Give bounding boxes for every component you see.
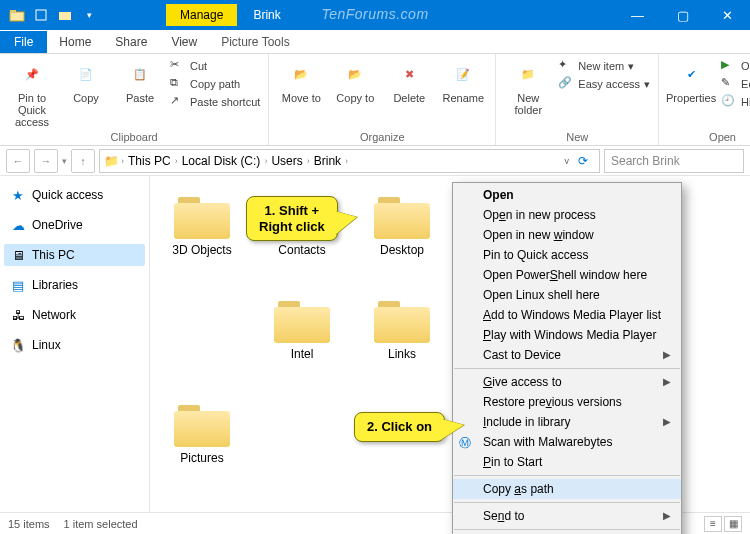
details-view-button[interactable]: ≡ bbox=[704, 516, 722, 532]
ctx-give-access-to[interactable]: Give access to▶ bbox=[453, 372, 681, 392]
folder-icon bbox=[274, 297, 330, 343]
up-button[interactable]: ↑ bbox=[71, 149, 95, 173]
ctx-open-new-process[interactable]: Open in new process bbox=[453, 205, 681, 225]
shortcut-icon: ↗ bbox=[170, 94, 186, 110]
forward-button[interactable]: → bbox=[34, 149, 58, 173]
sidebar-item-linux[interactable]: 🐧Linux bbox=[4, 334, 145, 356]
ctx-open[interactable]: Open bbox=[453, 185, 681, 205]
address-dropdown[interactable]: v bbox=[565, 156, 570, 166]
ctx-cast-to-device[interactable]: Cast to Device▶ bbox=[453, 345, 681, 365]
edit-button[interactable]: ✎Edit bbox=[721, 76, 750, 92]
delete-icon: ✖ bbox=[393, 58, 425, 90]
explorer-icon bbox=[6, 4, 28, 26]
paste-icon: 📋 bbox=[124, 58, 156, 90]
window-title: Brink bbox=[253, 8, 280, 22]
paste-shortcut-button[interactable]: ↗Paste shortcut bbox=[170, 94, 260, 110]
qat-new-folder-icon[interactable] bbox=[54, 4, 76, 26]
rename-button[interactable]: 📝Rename bbox=[439, 58, 487, 104]
open-button[interactable]: ▶Open ▾ bbox=[721, 58, 750, 74]
svg-rect-2 bbox=[36, 10, 46, 20]
move-icon: 📂 bbox=[285, 58, 317, 90]
ctx-open-linux-shell[interactable]: Open Linux shell here bbox=[453, 285, 681, 305]
search-input[interactable]: Search Brink bbox=[604, 149, 744, 173]
crumb[interactable]: This PC bbox=[126, 154, 173, 168]
icons-view-button[interactable]: ▦ bbox=[724, 516, 742, 532]
close-button[interactable]: ✕ bbox=[705, 0, 750, 30]
tab-file[interactable]: File bbox=[0, 31, 47, 53]
context-menu: Open Open in new process Open in new win… bbox=[452, 182, 682, 534]
tab-home[interactable]: Home bbox=[47, 31, 103, 53]
folder-desktop[interactable]: Desktop bbox=[354, 186, 450, 286]
copy-button[interactable]: 📄Copy bbox=[62, 58, 110, 104]
copy-to-button[interactable]: 📂Copy to bbox=[331, 58, 379, 104]
delete-button[interactable]: ✖Delete bbox=[385, 58, 433, 104]
refresh-button[interactable]: ⟳ bbox=[571, 154, 595, 168]
ctx-open-powershell[interactable]: Open PowerShell window here bbox=[453, 265, 681, 285]
tab-picture-tools[interactable]: Picture Tools bbox=[209, 31, 301, 53]
star-icon: ★ bbox=[10, 187, 26, 203]
crumb[interactable]: Users bbox=[269, 154, 304, 168]
history-button[interactable]: 🕘History bbox=[721, 94, 750, 110]
copy-path-button[interactable]: ⧉Copy path bbox=[170, 76, 260, 92]
move-to-button[interactable]: 📂Move to bbox=[277, 58, 325, 104]
svg-rect-3 bbox=[59, 12, 71, 20]
minimize-button[interactable]: ― bbox=[615, 0, 660, 30]
crumb[interactable]: Brink bbox=[312, 154, 343, 168]
sidebar-item-this-pc[interactable]: 🖥This PC bbox=[4, 244, 145, 266]
easy-access-button[interactable]: 🔗Easy access ▾ bbox=[558, 76, 650, 92]
ctx-open-new-window[interactable]: Open in new window bbox=[453, 225, 681, 245]
libraries-icon: ▤ bbox=[10, 277, 26, 293]
new-folder-icon: 📁 bbox=[512, 58, 544, 90]
qat-properties-icon[interactable] bbox=[30, 4, 52, 26]
folder-links[interactable]: Links bbox=[354, 290, 450, 390]
crumb[interactable]: Local Disk (C:) bbox=[180, 154, 263, 168]
ctx-play-wmp[interactable]: Play with Windows Media Player bbox=[453, 325, 681, 345]
folder-icon bbox=[174, 193, 230, 239]
history-icon: 🕘 bbox=[721, 94, 737, 110]
ribbon-group-open: ✔Properties ▶Open ▾ ✎Edit 🕘History Open bbox=[659, 54, 750, 145]
back-button[interactable]: ← bbox=[6, 149, 30, 173]
open-icon: ▶ bbox=[721, 58, 737, 74]
recent-dropdown[interactable]: ▾ bbox=[62, 156, 67, 166]
tab-share[interactable]: Share bbox=[103, 31, 159, 53]
annotation-callout-2: 2. Click on bbox=[354, 412, 445, 442]
contextual-tab-manage[interactable]: Manage bbox=[166, 4, 237, 26]
chevron-right-icon: ▶ bbox=[663, 376, 671, 387]
ctx-send-to[interactable]: Send to▶ bbox=[453, 506, 681, 526]
ctx-scan-malwarebytes[interactable]: ⓂScan with Malwarebytes bbox=[453, 432, 681, 452]
new-item-button[interactable]: ✦New item ▾ bbox=[558, 58, 650, 74]
tab-view[interactable]: View bbox=[159, 31, 209, 53]
folder-intel[interactable]: Intel bbox=[254, 290, 350, 390]
sidebar-item-onedrive[interactable]: ☁OneDrive bbox=[4, 214, 145, 236]
svg-rect-1 bbox=[10, 10, 16, 13]
properties-button[interactable]: ✔Properties bbox=[667, 58, 715, 104]
network-icon: 🖧 bbox=[10, 307, 26, 323]
ribbon-group-organize: 📂Move to 📂Copy to ✖Delete 📝Rename Organi… bbox=[269, 54, 496, 145]
ctx-pin-quick-access[interactable]: Pin to Quick access bbox=[453, 245, 681, 265]
ctx-restore-previous[interactable]: Restore previous versions bbox=[453, 392, 681, 412]
maximize-button[interactable]: ▢ bbox=[660, 0, 705, 30]
ctx-pin-to-start[interactable]: Pin to Start bbox=[453, 452, 681, 472]
cut-button[interactable]: ✂Cut bbox=[170, 58, 260, 74]
separator bbox=[454, 475, 680, 476]
rename-icon: 📝 bbox=[447, 58, 479, 90]
pin-quick-access-button[interactable]: 📌Pin to Quick access bbox=[8, 58, 56, 128]
separator bbox=[454, 502, 680, 503]
ribbon-group-clipboard: 📌Pin to Quick access 📄Copy 📋Paste ✂Cut ⧉… bbox=[0, 54, 269, 145]
qat-dropdown-icon[interactable]: ▾ bbox=[78, 4, 100, 26]
sidebar-item-libraries[interactable]: ▤Libraries bbox=[4, 274, 145, 296]
new-folder-button[interactable]: 📁New folder bbox=[504, 58, 552, 116]
ctx-include-in-library[interactable]: Include in library▶ bbox=[453, 412, 681, 432]
annotation-callout-1: 1. Shift +Right click bbox=[246, 196, 338, 241]
ctx-add-to-wmp[interactable]: Add to Windows Media Player list bbox=[453, 305, 681, 325]
sidebar-item-network[interactable]: 🖧Network bbox=[4, 304, 145, 326]
ctx-copy-as-path[interactable]: Copy as path bbox=[453, 479, 681, 499]
breadcrumb[interactable]: 📁› This PC› Local Disk (C:)› Users› Brin… bbox=[99, 149, 600, 173]
separator bbox=[454, 529, 680, 530]
folder-3d-objects[interactable]: 3D Objects bbox=[154, 186, 250, 286]
group-label: Open bbox=[667, 129, 750, 143]
copy-to-icon: 📂 bbox=[339, 58, 371, 90]
sidebar-item-quick-access[interactable]: ★Quick access bbox=[4, 184, 145, 206]
folder-pictures[interactable]: Pictures bbox=[154, 394, 250, 494]
paste-button[interactable]: 📋Paste bbox=[116, 58, 164, 104]
